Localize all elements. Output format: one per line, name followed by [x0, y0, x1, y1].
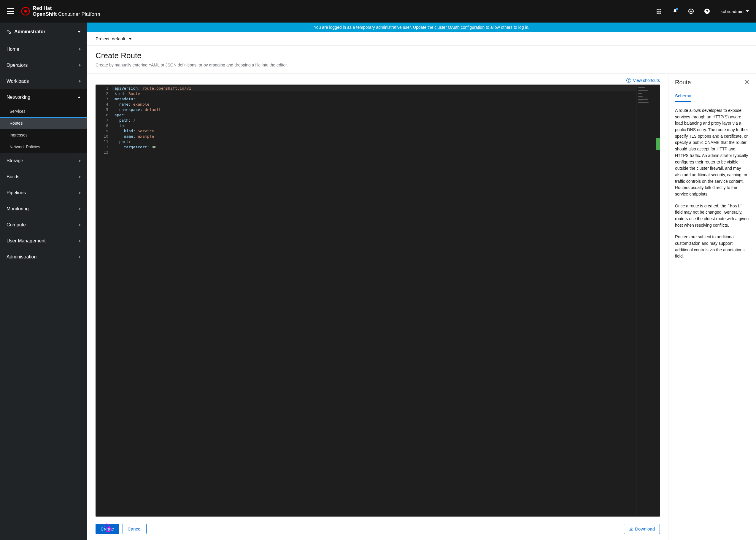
project-value: default: [112, 36, 125, 41]
brand: Red Hat OpenShift Container Platform: [21, 5, 100, 18]
svg-text:?: ?: [706, 10, 708, 14]
user-menu[interactable]: kube:admin: [720, 9, 749, 14]
caret-down-icon: [129, 38, 132, 40]
project-bar: Project: default: [87, 32, 756, 46]
project-dropdown[interactable]: Project: default: [95, 36, 132, 41]
svg-rect-5: [659, 11, 660, 12]
help-question-icon[interactable]: ?: [704, 9, 710, 14]
sidebar-item-label: Monitoring: [7, 206, 29, 211]
svg-rect-9: [661, 12, 662, 14]
svg-rect-8: [659, 12, 660, 14]
sidebar-item-label: Networking: [7, 95, 30, 100]
svg-rect-1: [657, 9, 658, 10]
sidebar-item-label: Builds: [7, 174, 20, 180]
sidebar-item-administration[interactable]: Administration: [0, 249, 87, 265]
svg-rect-4: [657, 11, 658, 12]
chevron-icon: [78, 96, 81, 98]
notice-oauth-link[interactable]: cluster OAuth configuration: [435, 25, 484, 30]
perspective-label: Administrator: [14, 29, 46, 35]
chevron-icon: [79, 80, 81, 83]
schema-paragraph-2: Once a route is created, the `host` fiel…: [675, 203, 749, 229]
sidebar-item-builds[interactable]: Builds: [0, 169, 87, 185]
sidebar-item-label: Operators: [7, 63, 28, 68]
project-label: Project:: [95, 36, 112, 41]
sidebar-subitem-ingresses[interactable]: Ingresses: [0, 129, 87, 141]
sidebar-item-label: User Management: [7, 238, 46, 244]
sidebar: Administrator HomeOperatorsWorkloadsNetw…: [0, 23, 87, 540]
perspective-switcher[interactable]: Administrator: [0, 23, 87, 41]
svg-rect-2: [659, 9, 660, 10]
notice-suffix: to allow others to log in.: [484, 25, 529, 30]
sidebar-item-label: Workloads: [7, 78, 29, 84]
sidebar-item-label: Administration: [7, 254, 37, 260]
info-question-icon: ?: [626, 78, 631, 83]
masthead: Red Hat OpenShift Container Platform ? k: [0, 0, 756, 23]
create-button[interactable]: Create: [95, 524, 119, 534]
chevron-icon: [79, 48, 81, 51]
cogs-icon: [7, 29, 11, 34]
user-name: kube:admin: [720, 9, 744, 14]
chevron-icon: [79, 255, 81, 258]
notice-prefix: You are logged in as a temporary adminis…: [314, 25, 435, 30]
chevron-icon: [79, 239, 81, 242]
sidebar-item-workloads[interactable]: Workloads: [0, 73, 87, 89]
schema-panel-title: Route: [675, 79, 691, 86]
download-button[interactable]: Download: [624, 524, 660, 534]
sidebar-item-label: Home: [7, 47, 19, 52]
caret-down-icon: [746, 10, 749, 12]
schema-panel: Route ✕ Schema A route allows developers…: [668, 73, 756, 540]
page-description: Create by manually entering YAML or JSON…: [95, 63, 748, 68]
brand-line2-bold: OpenShift: [33, 11, 57, 17]
cancel-button[interactable]: Cancel: [123, 524, 147, 534]
chevron-icon: [79, 175, 81, 178]
page-header: Create Route Create by manually entering…: [87, 46, 756, 73]
schema-paragraph-1: A route allows developers to expose serv…: [675, 107, 749, 198]
sidebar-item-compute[interactable]: Compute: [0, 217, 87, 233]
sidebar-item-networking[interactable]: Networking: [0, 89, 87, 105]
sidebar-item-user-management[interactable]: User Management: [0, 233, 87, 249]
chevron-icon: [79, 64, 81, 67]
sidebar-item-monitoring[interactable]: Monitoring: [0, 201, 87, 217]
sidebar-subitem-network-policies[interactable]: Network Policies: [0, 141, 87, 153]
sidebar-subitem-routes[interactable]: Routes: [0, 117, 87, 129]
brand-line2-rest: Container Platform: [57, 11, 100, 17]
add-plus-icon[interactable]: [689, 9, 694, 14]
yaml-editor[interactable]: 12345678910111213 apiVersion: route.open…: [95, 84, 660, 517]
login-notice-banner: You are logged in as a temporary adminis…: [87, 23, 756, 32]
download-icon: [629, 527, 633, 531]
page-title: Create Route: [95, 51, 748, 60]
brand-line1: Red Hat: [33, 5, 100, 11]
svg-point-14: [9, 32, 11, 34]
chevron-icon: [79, 207, 81, 210]
sidebar-item-storage[interactable]: Storage: [0, 153, 87, 169]
editor-code[interactable]: apiVersion: route.openshift.io/v1kind: R…: [112, 84, 636, 517]
editor-minimap[interactable]: [636, 84, 660, 517]
schema-paragraph-3: Routers are subject to additional custom…: [675, 234, 749, 260]
svg-rect-6: [661, 11, 662, 12]
sidebar-subitem-services[interactable]: Services: [0, 105, 87, 117]
svg-rect-7: [657, 12, 658, 14]
chevron-icon: [79, 159, 81, 162]
main-content: You are logged in as a temporary adminis…: [87, 23, 756, 540]
editor-gutter: 12345678910111213: [95, 84, 112, 517]
chevron-icon: [79, 192, 81, 194]
svg-rect-3: [661, 9, 662, 10]
sidebar-item-label: Pipelines: [7, 190, 26, 196]
hamburger-menu-button[interactable]: [7, 8, 14, 14]
svg-point-13: [7, 30, 9, 32]
chevron-icon: [79, 223, 81, 226]
shortcuts-label: View shortcuts: [633, 78, 660, 83]
schema-tab[interactable]: Schema: [675, 90, 691, 102]
view-shortcuts-link[interactable]: ? View shortcuts: [626, 78, 660, 83]
editor-scroll-thumb[interactable]: [656, 138, 660, 150]
sidebar-item-pipelines[interactable]: Pipelines: [0, 185, 87, 201]
sidebar-item-label: Storage: [7, 158, 23, 164]
sidebar-item-label: Compute: [7, 222, 26, 227]
sidebar-item-operators[interactable]: Operators: [0, 57, 87, 73]
close-panel-button[interactable]: ✕: [744, 79, 749, 85]
sidebar-item-home[interactable]: Home: [0, 41, 87, 57]
redhat-logo-icon: [21, 7, 30, 15]
notifications-bell-icon[interactable]: [672, 9, 678, 14]
apps-grid-icon[interactable]: [656, 9, 662, 14]
caret-down-icon: [78, 31, 81, 33]
